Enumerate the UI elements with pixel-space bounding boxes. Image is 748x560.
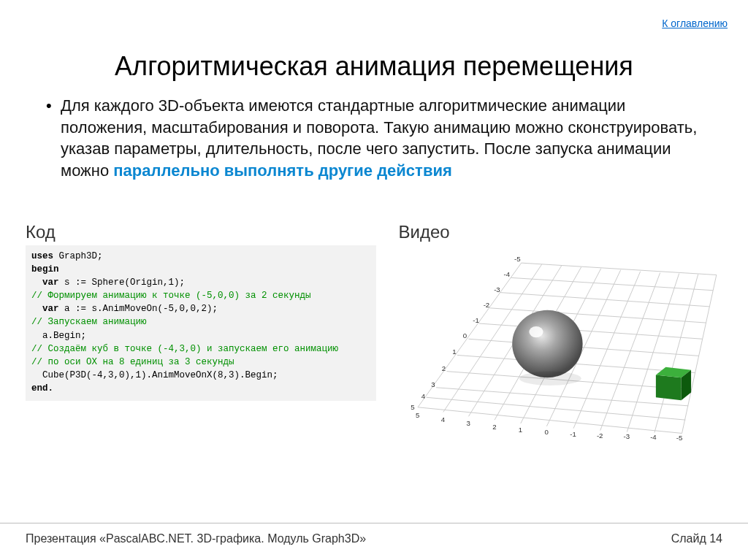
- svg-line-20: [427, 397, 686, 420]
- footer: Презентация «PascalABC.NET. 3D-графика. …: [0, 523, 748, 545]
- x-label: 5: [416, 411, 420, 419]
- kw-var1: var: [31, 277, 59, 288]
- x-label: -4: [651, 433, 657, 441]
- svg-line-19: [437, 388, 689, 406]
- z-label: 1: [453, 348, 457, 356]
- svg-marker-25: [656, 375, 682, 400]
- x-label: 0: [545, 428, 549, 436]
- kw-var2: var: [31, 304, 59, 314]
- comment-1: // Формируем анимацию к точке (-5,0,0) з…: [31, 291, 311, 301]
- x-label: -2: [597, 431, 603, 440]
- x-label: -1: [570, 430, 577, 438]
- z-label: 5: [411, 402, 415, 410]
- z-label: 0: [463, 331, 467, 340]
- comment-4: // по оси OX на 8 единиц за 3 секунды: [31, 357, 234, 367]
- comment-2: // Запускаем анимацию: [31, 317, 147, 327]
- kw-end: end.: [31, 383, 53, 394]
- svg-line-6: [574, 271, 641, 428]
- footer-left: Презентация «PascalABC.NET. 3D-графика. …: [26, 532, 366, 545]
- intro-paragraph: Для каждого 3D-объекта имеются стандартн…: [40, 95, 708, 182]
- comment-3: // Создаём куб в точке (-4,3,0) и запуск…: [31, 344, 338, 354]
- kw-begin: begin: [31, 264, 59, 275]
- svg-line-15: [479, 323, 703, 339]
- svg-point-23: [530, 326, 543, 337]
- x-label: -5: [676, 434, 683, 442]
- svg-point-22: [513, 310, 583, 377]
- z-label: -1: [473, 316, 480, 324]
- z-label: -5: [515, 255, 522, 263]
- x-label: 3: [467, 419, 470, 427]
- intro-highlight: параллельно выполнять другие действия: [113, 161, 451, 180]
- page-title: Алгоритмическая анимация перемещения: [0, 51, 748, 82]
- footer-right: Слайд 14: [671, 532, 722, 545]
- kw-uses: uses: [31, 251, 53, 261]
- x-label: 1: [519, 425, 522, 433]
- svg-point-24: [519, 371, 581, 385]
- video-heading: Видео: [398, 222, 722, 242]
- svg-line-10: [682, 275, 717, 433]
- svg-line-16: [469, 339, 699, 356]
- x-label: 2: [493, 422, 497, 430]
- code-l3b: s := Sphere(Origin,1);: [59, 277, 186, 288]
- svg-line-21: [418, 407, 682, 434]
- z-label: 2: [442, 364, 446, 372]
- x-label: -3: [624, 432, 630, 440]
- code-l1b: Graph3D;: [53, 251, 103, 261]
- z-label: -3: [495, 285, 501, 293]
- svg-line-13: [500, 292, 709, 306]
- svg-line-7: [600, 272, 660, 430]
- toc-link[interactable]: К оглавлению: [662, 18, 728, 29]
- code-l10: Cube(P3D(-4,3,0),1).AnimMoveOnX(8,3).Beg…: [31, 370, 278, 380]
- code-heading: Код: [26, 222, 376, 242]
- code-block: uses Graph3D; begin var s := Sphere(Orig…: [26, 245, 376, 401]
- code-l5b: a := s.AnimMoveOn(-5,0,0,2);: [59, 304, 218, 314]
- z-label: 4: [421, 392, 426, 400]
- z-label: -4: [504, 270, 511, 278]
- code-l7: a.Begin;: [31, 331, 86, 341]
- x-label: 4: [441, 415, 446, 423]
- z-label: -2: [484, 301, 490, 309]
- z-label: 3: [432, 380, 435, 388]
- video-3d-scene: -5 -4 -3 -2 -1 0 1 2 3 4 5 5 4 3: [398, 245, 722, 442]
